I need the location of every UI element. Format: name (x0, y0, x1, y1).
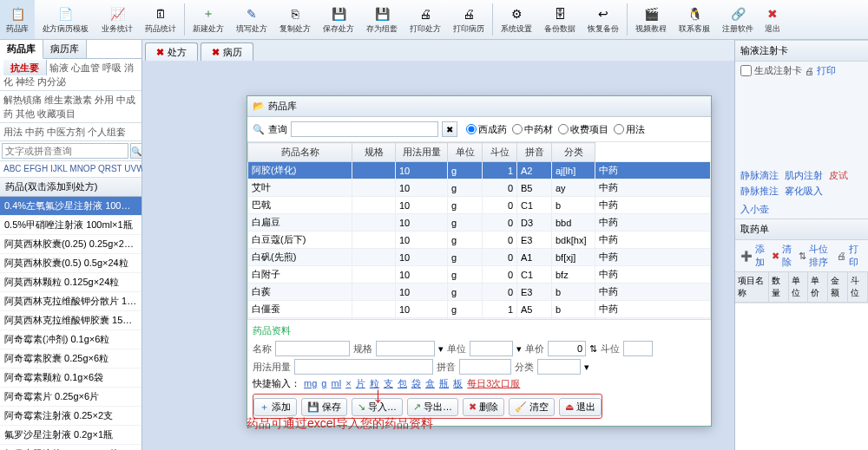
usage-link[interactable]: mg (304, 378, 317, 388)
col-header[interactable]: 单位 (448, 143, 483, 162)
usage-link[interactable]: 支 (384, 378, 393, 388)
unit-dropdown[interactable]: ▾ (516, 343, 522, 355)
toolbar-4[interactable]: ＋ 新建处方 (187, 0, 230, 39)
col-header[interactable]: 分类 (552, 143, 595, 162)
drug-item[interactable]: 阿莫西林胶囊(0.5) 0.5g×24粒 (0, 254, 141, 273)
toolbar-1[interactable]: 📄 处方病历模板 (35, 0, 95, 39)
into-pot-link[interactable]: 入小壶 (740, 203, 769, 216)
gen-card-checkbox[interactable] (740, 65, 752, 76)
dlg-btn-5[interactable]: 🧹清空 (509, 398, 555, 416)
col-header[interactable]: 拼音 (517, 143, 552, 162)
drug-item[interactable]: 阿奇霉素胶囊 0.25g×6粒 (0, 349, 141, 368)
clear-search-button[interactable]: ✖ (442, 121, 457, 137)
left-tab-1[interactable]: 病历库 (43, 40, 87, 58)
usage-link[interactable]: ml (332, 378, 342, 388)
inj-link[interactable]: 雾化吸入 (785, 185, 823, 198)
filter-0[interactable]: 西成药 (466, 123, 507, 136)
toolbar-6[interactable]: ⎘ 复制处方 (273, 0, 317, 39)
drug-item[interactable]: 阿莫西林胶囊(0.25) 0.25g×24粒 (0, 235, 141, 254)
grid-row[interactable]: 白僵蚕 10g 1A5 b中药 (248, 301, 711, 318)
usage-link[interactable]: 瓶 (439, 378, 449, 388)
cat-link[interactable]: 用法 (3, 127, 23, 137)
grid-row[interactable]: 白附子 10g 0C1 bfz中药 (248, 266, 711, 284)
center-tab-0[interactable]: ✖处方 (145, 42, 198, 61)
price-input[interactable] (548, 341, 586, 356)
grid-row[interactable]: 白扁豆 10g 0D3 bbd中药 (248, 214, 711, 232)
toolbar-14[interactable]: 🎬 视频教程 (629, 0, 673, 39)
cat-link[interactable]: 解热镇痛 (3, 95, 42, 105)
left-tab-0[interactable]: 药品库 (0, 40, 43, 59)
cat-link[interactable]: 心血管 (71, 62, 100, 73)
price-stepper[interactable]: ⇅ (589, 343, 597, 355)
cat-link[interactable]: 维生素激素 (44, 95, 92, 105)
toolbar-8[interactable]: 💾 存为组套 (360, 0, 404, 39)
drug-item[interactable]: 0.4%左氧氟沙星注射液 100ml×1瓶 (0, 197, 141, 216)
drug-item[interactable]: 阿奇霉素注射液 0.25×2支 (0, 407, 141, 426)
usage-link[interactable]: 板 (453, 378, 463, 388)
col-header[interactable]: 斗位 (483, 143, 517, 162)
cat-link[interactable]: 中医方剂 (47, 127, 85, 137)
cat-input[interactable] (537, 359, 581, 375)
close-icon[interactable]: ✖ (156, 47, 164, 58)
grid-row[interactable]: 巴戟 10g 0C1 b中药 (248, 197, 711, 214)
cat-link[interactable]: 外用 (95, 95, 114, 105)
clear-link[interactable]: 清除 (782, 243, 792, 269)
usage-link[interactable]: 盒 (425, 378, 435, 388)
grid-row[interactable]: 白豆蔻(后下) 10g 0E3 bdk[hx]中药 (248, 232, 711, 249)
toolbar-2[interactable]: 📈 业务统计 (95, 0, 139, 39)
cat-link[interactable]: 抗生要 (3, 60, 47, 75)
cat-link[interactable]: 输液 (49, 62, 69, 73)
filter-1[interactable]: 中药材 (512, 123, 553, 136)
cat-link[interactable]: 收藏项目 (37, 108, 76, 119)
dlg-btn-3[interactable]: ↗导出… (407, 398, 458, 416)
dlg-btn-1[interactable]: 💾保存 (301, 398, 347, 416)
pinyin-input[interactable] (459, 359, 511, 375)
cat-link[interactable]: 中药 (25, 127, 44, 137)
drug-item[interactable]: 阿奇霉素(冲剂) 0.1g×6粒 (0, 330, 141, 349)
usage-input[interactable] (294, 359, 433, 375)
name-input[interactable] (275, 341, 350, 356)
col-header[interactable]: 用法用量 (396, 143, 448, 162)
toolbar-15[interactable]: 🐧 联系客服 (673, 0, 716, 39)
toolbar-13[interactable]: ↩ 恢复备份 (582, 0, 625, 39)
grid-row[interactable]: 白矾(先煎) 10g 0A1 bf[xj]中药 (248, 249, 711, 266)
toolbar-0[interactable]: 📋 药品库 (0, 0, 35, 39)
usage-link[interactable]: 片 (356, 378, 365, 388)
dlg-btn-4[interactable]: ✖删除 (463, 398, 504, 416)
usage-link[interactable]: 包 (398, 378, 407, 388)
inj-link[interactable]: 肌内注射 (785, 169, 823, 182)
drug-item[interactable]: 红霉素肠溶片 125mg×24片 (0, 445, 141, 450)
usage-link[interactable]: 每日3次口服 (467, 378, 520, 388)
unit-input[interactable] (470, 341, 513, 356)
sort-link[interactable]: 斗位排序 (809, 243, 830, 269)
toolbar-10[interactable]: 🖨 打印病历 (447, 0, 490, 39)
dialog-search-input[interactable] (291, 121, 438, 137)
search-button[interactable]: 🔍 (130, 143, 142, 159)
print-link[interactable]: 打印 (849, 243, 859, 269)
drug-item[interactable]: 0.5%甲硝唑注射液 100ml×1瓶 (0, 216, 141, 235)
drug-item[interactable]: 阿奇霉素片 0.25g×6片 (0, 388, 141, 407)
toolbar-5[interactable]: ✎ 填写处方 (230, 0, 273, 39)
usage-link[interactable]: g (321, 378, 326, 388)
filter-3[interactable]: 用法 (614, 123, 645, 136)
grid-row[interactable]: 阿胶(烊化) 10g 1A2 aj[lh]中药 (248, 162, 711, 179)
cat-link[interactable]: 个人组套 (88, 127, 126, 137)
toolbar-12[interactable]: 🗄 备份数据 (538, 0, 582, 39)
usage-link[interactable]: × (345, 378, 351, 388)
filter-2[interactable]: 收费项目 (558, 123, 608, 136)
cat-link[interactable]: 神经 (16, 76, 35, 87)
toolbar-17[interactable]: ✖ 退出 (760, 0, 786, 39)
drug-item[interactable]: 氟罗沙星注射液 0.2g×1瓶 (0, 426, 141, 445)
close-icon[interactable]: ✖ (212, 47, 220, 58)
inj-link[interactable]: 皮试 (829, 169, 848, 182)
spec-dropdown[interactable]: ▾ (438, 343, 444, 355)
toolbar-9[interactable]: 🖨 打印处方 (404, 0, 447, 39)
print-card-label[interactable]: 打印 (817, 64, 836, 77)
center-tab-1[interactable]: ✖病历 (201, 42, 253, 61)
slot-input[interactable] (623, 341, 653, 356)
grid-row[interactable]: 白蒺 10g 0E3 b中药 (248, 284, 711, 301)
inj-link[interactable]: 静脉滴注 (740, 169, 779, 182)
alpha-filter[interactable]: ABC EFGH IJKL MNOP QRST UVW XYZ 数 (0, 161, 141, 178)
cat-link[interactable]: 呼吸 (102, 62, 122, 73)
cat-dropdown[interactable]: ▾ (584, 362, 589, 373)
